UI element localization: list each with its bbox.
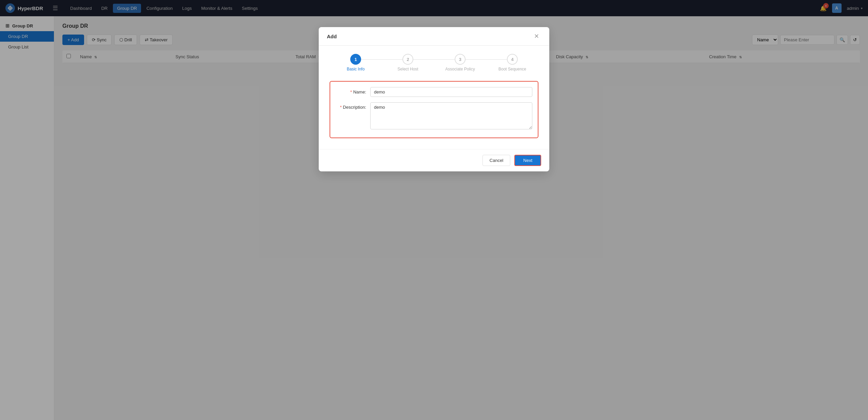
modal-overlay: Add ✕ 1 Basic Info 2 Select Host 3 Assoc… [0,0,868,420]
step-3-circle: 3 [455,54,466,65]
step-2: 2 Select Host [382,54,434,71]
cancel-button[interactable]: Cancel [482,155,510,166]
description-textarea[interactable] [370,102,532,129]
form-group-name: * Name: [336,87,532,97]
modal-body: 1 Basic Info 2 Select Host 3 Associate P… [319,46,549,149]
name-input[interactable] [370,87,532,97]
step-1-label: Basic Info [347,67,365,71]
step-2-circle: 2 [402,54,413,65]
step-3: 3 Associate Policy [434,54,486,71]
modal-header: Add ✕ [319,27,549,46]
form-group-description: * Description: [336,102,532,129]
step-4-circle: 4 [507,54,518,65]
modal-title: Add [327,34,337,39]
step-1-circle: 1 [350,54,361,65]
form-wrapper: * Name: * Description: [330,81,538,138]
step-1: 1 Basic Info [330,54,382,71]
next-button[interactable]: Next [514,155,541,166]
desc-required-star: * [340,105,343,110]
step-3-label: Associate Policy [445,67,475,71]
stepper: 1 Basic Info 2 Select Host 3 Associate P… [330,54,538,71]
name-required-star: * [350,89,353,94]
name-label: * Name: [336,87,366,94]
step-4-label: Boot Sequence [498,67,526,71]
description-label: * Description: [336,102,366,110]
step-2-label: Select Host [397,67,418,71]
modal-footer: Cancel Next [319,149,549,171]
step-4: 4 Boot Sequence [486,54,538,71]
modal-close-button[interactable]: ✕ [532,33,541,40]
modal-dialog: Add ✕ 1 Basic Info 2 Select Host 3 Assoc… [319,27,549,171]
